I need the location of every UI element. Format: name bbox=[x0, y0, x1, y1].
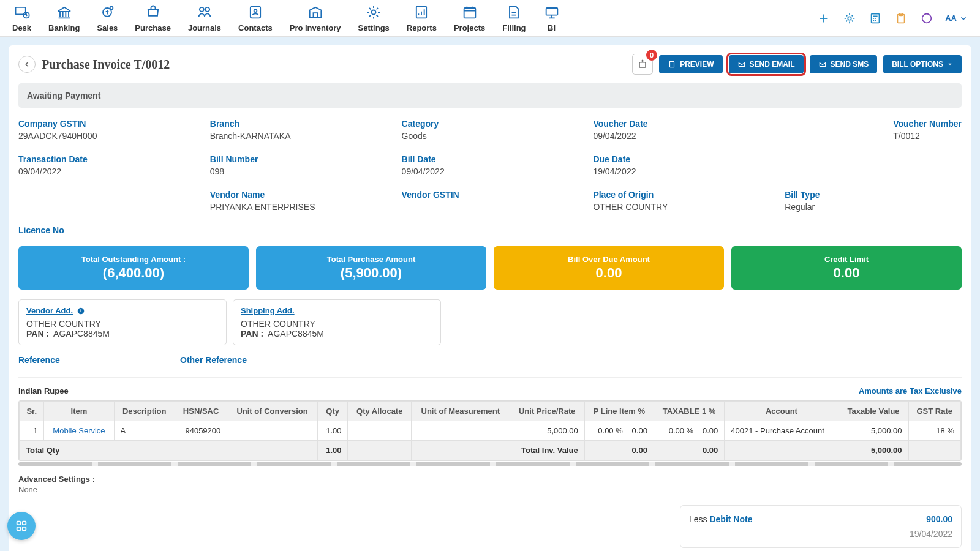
field-label: Category bbox=[402, 119, 579, 129]
preview-button[interactable]: PREVIEW bbox=[659, 55, 722, 73]
attachments-badge: 0 bbox=[646, 50, 657, 61]
back-button[interactable] bbox=[18, 56, 36, 73]
cell-desc: A bbox=[114, 421, 175, 441]
th: Unit Price/Rate bbox=[510, 402, 584, 421]
field-label: Due Date bbox=[593, 154, 770, 164]
svg-point-4 bbox=[200, 7, 204, 12]
voucher-no: Voucher NumberT/0012 bbox=[893, 119, 962, 141]
nav-label: Pro Inventory bbox=[290, 23, 341, 32]
plus-icon[interactable] bbox=[816, 11, 831, 26]
address-row: Vendor Add.i OTHER COUNTRY PAN : AGAPC88… bbox=[9, 293, 971, 345]
shipping-address-title[interactable]: Shipping Add. bbox=[241, 306, 295, 315]
nav-inventory[interactable]: Pro Inventory bbox=[290, 4, 341, 32]
svg-rect-24 bbox=[17, 522, 21, 525]
th: Sr. bbox=[20, 402, 44, 421]
new-badge-icon[interactable] bbox=[919, 11, 934, 26]
bill-type: Bill TypeRegular bbox=[785, 190, 962, 212]
bill-options-button[interactable]: BILL OPTIONS bbox=[883, 55, 962, 73]
nav-journals[interactable]: Journals bbox=[188, 4, 221, 32]
svg-rect-26 bbox=[17, 527, 21, 531]
field-value: T/0012 bbox=[893, 131, 962, 141]
other-reference-label: Other Reference bbox=[180, 355, 327, 365]
licence-no: Licence No bbox=[18, 225, 195, 238]
nav-desk[interactable]: Desk bbox=[12, 4, 31, 32]
reference-label: Reference bbox=[18, 355, 165, 365]
cell-sr: 1 bbox=[20, 421, 44, 441]
cell-rate: 5,000.00 bbox=[510, 421, 584, 441]
bi-icon bbox=[543, 4, 560, 21]
reference-row: Reference Other Reference bbox=[9, 345, 971, 375]
field-label: Vendor GSTIN bbox=[402, 190, 579, 200]
nav-label: Banking bbox=[48, 23, 80, 32]
addr-line: OTHER COUNTRY bbox=[241, 319, 433, 329]
font-size-toggle[interactable]: AA bbox=[945, 13, 968, 23]
nav-right: AA bbox=[816, 11, 968, 26]
nav-contacts[interactable]: Contacts bbox=[238, 4, 273, 32]
field-label: Bill Type bbox=[785, 190, 962, 200]
field-value: 29AADCK7940H000 bbox=[18, 131, 195, 141]
tax-note: Amounts are Tax Exclusive bbox=[859, 386, 962, 395]
top-nav: Desk Banking Sales Purchase Journals Con… bbox=[0, 0, 980, 37]
card-overdue: Bill Over Due Amount0.00 bbox=[494, 246, 724, 290]
gear-icon[interactable] bbox=[842, 11, 857, 26]
bill-date: Bill Date09/04/2022 bbox=[402, 154, 579, 176]
card-title: Bill Over Due Amount bbox=[499, 255, 719, 264]
nav-label: Projects bbox=[454, 23, 485, 32]
cell-tax1: 0.00 % = 0.00 bbox=[654, 421, 724, 441]
field-value: OTHER COUNTRY bbox=[593, 202, 770, 212]
attachments-button[interactable]: 0 bbox=[632, 54, 653, 75]
nav-label: Desk bbox=[12, 23, 31, 32]
nav-label: Sales bbox=[97, 23, 118, 32]
place-origin: Place of OriginOTHER COUNTRY bbox=[593, 190, 770, 212]
btn-label: BILL OPTIONS bbox=[892, 60, 943, 69]
vendor-address-title[interactable]: Vendor Add.i bbox=[26, 306, 85, 315]
field-value: 09/04/2022 bbox=[18, 167, 195, 176]
svg-rect-27 bbox=[23, 527, 26, 531]
nav-reports[interactable]: Reports bbox=[407, 4, 437, 32]
nav-banking[interactable]: Banking bbox=[48, 4, 80, 32]
bill-no: Bill Number098 bbox=[210, 154, 387, 176]
cell-hsn: 94059200 bbox=[175, 421, 227, 441]
field-label: Transaction Date bbox=[18, 154, 195, 164]
category: CategoryGoods bbox=[402, 119, 579, 141]
pan-label: PAN : bbox=[241, 329, 263, 339]
apps-fab[interactable] bbox=[7, 512, 36, 540]
reports-icon bbox=[413, 4, 430, 21]
calculator-icon[interactable] bbox=[868, 11, 883, 26]
field-value: 098 bbox=[210, 167, 387, 176]
currency-name: Indian Rupee bbox=[18, 386, 69, 395]
card-outstanding: Total Outstanding Amount :(6,400.00) bbox=[18, 246, 249, 290]
svg-text:i: i bbox=[80, 309, 81, 313]
nav-projects[interactable]: Projects bbox=[454, 4, 485, 32]
nav-settings[interactable]: Settings bbox=[358, 4, 390, 32]
th: Item bbox=[44, 402, 114, 421]
clipboard-icon[interactable] bbox=[894, 11, 908, 26]
nav-label: Settings bbox=[358, 23, 390, 32]
card-title: Total Purchase Amount bbox=[261, 255, 481, 264]
field-label: Branch bbox=[210, 119, 387, 129]
addr-line: OTHER COUNTRY bbox=[26, 319, 219, 329]
svg-rect-18 bbox=[639, 62, 646, 67]
nav-filling[interactable]: Filling bbox=[502, 4, 526, 32]
send-sms-button[interactable]: SEND SMS bbox=[810, 55, 878, 73]
send-email-button[interactable]: SEND EMAIL bbox=[729, 55, 804, 73]
svg-point-7 bbox=[254, 9, 257, 12]
debit-note-link[interactable]: Debit Note bbox=[709, 514, 752, 524]
nav-items: Desk Banking Sales Purchase Journals Con… bbox=[12, 4, 816, 32]
nav-label: Filling bbox=[502, 23, 526, 32]
field-label: Voucher Date bbox=[593, 119, 770, 129]
cell-pline-sum: 0.00 bbox=[584, 441, 654, 460]
nav-sales[interactable]: Sales bbox=[97, 4, 118, 32]
card-credit: Credit Limit0.00 bbox=[731, 246, 962, 290]
field-value: 09/04/2022 bbox=[593, 131, 770, 141]
debit-date: 19/04/2022 bbox=[910, 529, 952, 539]
nav-purchase[interactable]: Purchase bbox=[135, 4, 171, 32]
purchase-icon bbox=[145, 4, 162, 21]
cell-total-qty-lbl: Total Qty bbox=[20, 441, 227, 460]
th: Description bbox=[114, 402, 175, 421]
vendor-address-card: Vendor Add.i OTHER COUNTRY PAN : AGAPC88… bbox=[18, 299, 227, 345]
pan-value: AGAPC8845M bbox=[53, 329, 110, 339]
advanced-settings: Advanced Settings : None bbox=[9, 466, 971, 494]
nav-bi[interactable]: BI bbox=[543, 4, 560, 32]
cell-item-link[interactable]: Mobile Service bbox=[44, 421, 114, 441]
